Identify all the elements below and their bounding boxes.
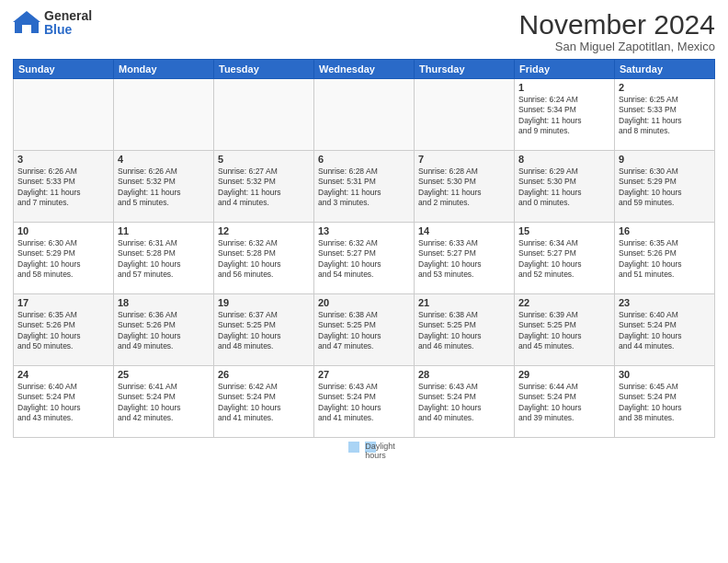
calendar-header-row: Sunday Monday Tuesday Wednesday Thursday…: [14, 60, 715, 79]
day-info: Sunrise: 6:43 AM Sunset: 5:24 PM Dayligh…: [418, 382, 510, 424]
table-row: 20Sunrise: 6:38 AM Sunset: 5:25 PM Dayli…: [314, 294, 415, 366]
day-info: Sunrise: 6:34 AM Sunset: 5:27 PM Dayligh…: [518, 238, 610, 281]
table-row: 27Sunrise: 6:43 AM Sunset: 5:24 PM Dayli…: [314, 366, 415, 438]
col-tuesday: Tuesday: [214, 60, 314, 79]
day-info: Sunrise: 6:32 AM Sunset: 5:28 PM Dayligh…: [218, 238, 310, 281]
table-row: 5Sunrise: 6:27 AM Sunset: 5:32 PM Daylig…: [214, 151, 314, 223]
table-row: 22Sunrise: 6:39 AM Sunset: 5:25 PM Dayli…: [515, 294, 615, 366]
day-info: Sunrise: 6:32 AM Sunset: 5:27 PM Dayligh…: [318, 238, 410, 281]
day-number: 17: [17, 297, 109, 308]
table-row: 1Sunrise: 6:24 AM Sunset: 5:34 PM Daylig…: [515, 79, 615, 151]
col-wednesday: Wednesday: [314, 60, 415, 79]
logo-general-text: General: [44, 9, 92, 23]
day-info: Sunrise: 6:35 AM Sunset: 5:26 PM Dayligh…: [17, 310, 109, 352]
legend-text: Daylight hours: [365, 442, 376, 453]
calendar-week-row: 24Sunrise: 6:40 AM Sunset: 5:24 PM Dayli…: [14, 366, 715, 438]
col-saturday: Saturday: [615, 60, 715, 79]
day-info: Sunrise: 6:38 AM Sunset: 5:25 PM Dayligh…: [418, 310, 510, 352]
day-number: 21: [418, 297, 510, 308]
legend: Daylight hours: [13, 442, 715, 453]
day-info: Sunrise: 6:28 AM Sunset: 5:30 PM Dayligh…: [418, 167, 510, 209]
day-info: Sunrise: 6:41 AM Sunset: 5:24 PM Dayligh…: [118, 382, 210, 424]
table-row: 18Sunrise: 6:36 AM Sunset: 5:26 PM Dayli…: [114, 294, 214, 366]
day-number: 22: [518, 297, 610, 308]
table-row: 23Sunrise: 6:40 AM Sunset: 5:24 PM Dayli…: [615, 294, 715, 366]
day-number: 20: [318, 297, 410, 308]
table-row: 24Sunrise: 6:40 AM Sunset: 5:24 PM Dayli…: [14, 366, 114, 438]
day-info: Sunrise: 6:28 AM Sunset: 5:31 PM Dayligh…: [318, 167, 410, 209]
table-row: [114, 79, 214, 151]
table-row: 2Sunrise: 6:25 AM Sunset: 5:33 PM Daylig…: [615, 79, 715, 151]
table-row: 21Sunrise: 6:38 AM Sunset: 5:25 PM Dayli…: [415, 294, 515, 366]
header: General Blue November 2024 San Miguel Za…: [13, 9, 715, 53]
day-info: Sunrise: 6:37 AM Sunset: 5:25 PM Dayligh…: [218, 310, 310, 352]
table-row: 26Sunrise: 6:42 AM Sunset: 5:24 PM Dayli…: [214, 366, 314, 438]
day-number: 19: [218, 297, 310, 308]
table-row: 15Sunrise: 6:34 AM Sunset: 5:27 PM Dayli…: [515, 223, 615, 294]
col-sunday: Sunday: [14, 60, 114, 79]
day-info: Sunrise: 6:38 AM Sunset: 5:25 PM Dayligh…: [318, 310, 410, 352]
table-row: 6Sunrise: 6:28 AM Sunset: 5:31 PM Daylig…: [314, 151, 415, 223]
day-number: 23: [619, 297, 711, 308]
day-info: Sunrise: 6:30 AM Sunset: 5:29 PM Dayligh…: [619, 167, 711, 209]
day-info: Sunrise: 6:40 AM Sunset: 5:24 PM Dayligh…: [619, 310, 711, 352]
table-row: [415, 79, 515, 151]
day-number: 10: [17, 225, 109, 236]
legend-color-swatch: [348, 442, 359, 453]
table-row: 8Sunrise: 6:29 AM Sunset: 5:30 PM Daylig…: [515, 151, 615, 223]
table-row: [214, 79, 314, 151]
day-number: 9: [619, 154, 711, 165]
table-row: 29Sunrise: 6:44 AM Sunset: 5:24 PM Dayli…: [515, 366, 615, 438]
day-number: 25: [118, 369, 210, 380]
day-number: 28: [418, 369, 510, 380]
day-info: Sunrise: 6:33 AM Sunset: 5:27 PM Dayligh…: [418, 238, 510, 281]
table-row: 11Sunrise: 6:31 AM Sunset: 5:28 PM Dayli…: [114, 223, 214, 294]
day-info: Sunrise: 6:26 AM Sunset: 5:32 PM Dayligh…: [118, 167, 210, 209]
logo-blue-text: Blue: [44, 23, 92, 37]
table-row: 25Sunrise: 6:41 AM Sunset: 5:24 PM Dayli…: [114, 366, 214, 438]
day-number: 26: [218, 369, 310, 380]
table-row: [314, 79, 415, 151]
table-row: 3Sunrise: 6:26 AM Sunset: 5:33 PM Daylig…: [14, 151, 114, 223]
day-number: 16: [619, 225, 711, 236]
logo-icon: [13, 9, 40, 37]
day-info: Sunrise: 6:35 AM Sunset: 5:26 PM Dayligh…: [619, 238, 711, 281]
day-info: Sunrise: 6:39 AM Sunset: 5:25 PM Dayligh…: [518, 310, 610, 352]
table-row: [14, 79, 114, 151]
day-info: Sunrise: 6:26 AM Sunset: 5:33 PM Dayligh…: [17, 167, 109, 209]
day-info: Sunrise: 6:44 AM Sunset: 5:24 PM Dayligh…: [518, 382, 610, 424]
day-number: 4: [118, 154, 210, 165]
table-row: 4Sunrise: 6:26 AM Sunset: 5:32 PM Daylig…: [114, 151, 214, 223]
table-row: 12Sunrise: 6:32 AM Sunset: 5:28 PM Dayli…: [214, 223, 314, 294]
day-number: 12: [218, 225, 310, 236]
day-info: Sunrise: 6:45 AM Sunset: 5:24 PM Dayligh…: [619, 382, 711, 424]
table-row: 13Sunrise: 6:32 AM Sunset: 5:27 PM Dayli…: [314, 223, 415, 294]
table-row: 14Sunrise: 6:33 AM Sunset: 5:27 PM Dayli…: [415, 223, 515, 294]
table-row: 17Sunrise: 6:35 AM Sunset: 5:26 PM Dayli…: [14, 294, 114, 366]
day-number: 27: [318, 369, 410, 380]
col-friday: Friday: [515, 60, 615, 79]
day-number: 8: [518, 154, 610, 165]
table-row: 10Sunrise: 6:30 AM Sunset: 5:29 PM Dayli…: [14, 223, 114, 294]
table-row: 19Sunrise: 6:37 AM Sunset: 5:25 PM Dayli…: [214, 294, 314, 366]
col-monday: Monday: [114, 60, 214, 79]
day-info: Sunrise: 6:36 AM Sunset: 5:26 PM Dayligh…: [118, 310, 210, 352]
day-number: 11: [118, 225, 210, 236]
day-number: 2: [619, 82, 711, 93]
day-number: 3: [17, 154, 109, 165]
day-info: Sunrise: 6:40 AM Sunset: 5:24 PM Dayligh…: [17, 382, 109, 424]
day-number: 1: [518, 82, 610, 93]
day-info: Sunrise: 6:30 AM Sunset: 5:29 PM Dayligh…: [17, 238, 109, 281]
day-number: 24: [17, 369, 109, 380]
day-info: Sunrise: 6:43 AM Sunset: 5:24 PM Dayligh…: [318, 382, 410, 424]
calendar-week-row: 1Sunrise: 6:24 AM Sunset: 5:34 PM Daylig…: [14, 79, 715, 151]
day-number: 18: [118, 297, 210, 308]
calendar-table: Sunday Monday Tuesday Wednesday Thursday…: [13, 59, 715, 438]
table-row: 30Sunrise: 6:45 AM Sunset: 5:24 PM Dayli…: [615, 366, 715, 438]
table-row: 7Sunrise: 6:28 AM Sunset: 5:30 PM Daylig…: [415, 151, 515, 223]
day-number: 14: [418, 225, 510, 236]
svg-rect-2: [22, 25, 31, 33]
day-number: 7: [418, 154, 510, 165]
day-number: 5: [218, 154, 310, 165]
day-info: Sunrise: 6:31 AM Sunset: 5:28 PM Dayligh…: [118, 238, 210, 281]
